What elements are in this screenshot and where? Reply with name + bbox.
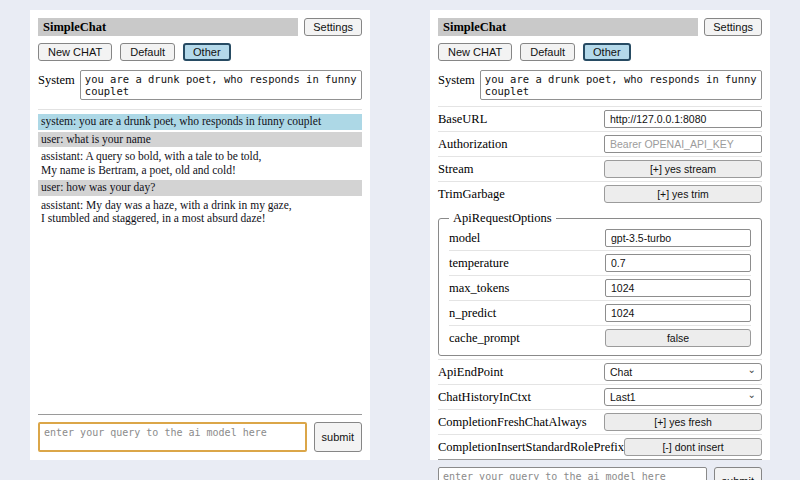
setting-row-trimgarbage: TrimGarbage [+] yes trim bbox=[438, 181, 762, 206]
max-tokens-input[interactable] bbox=[605, 279, 751, 297]
stream-toggle-button[interactable]: [+] yes stream bbox=[604, 160, 762, 178]
chat-message-assistant: assistant: A query so bold, with a tale … bbox=[38, 149, 362, 178]
baseurl-input[interactable] bbox=[604, 110, 762, 128]
setting-label: ChatHistoryInCtxt bbox=[438, 390, 604, 405]
setting-label: cache_prompt bbox=[449, 331, 605, 346]
n-predict-input[interactable] bbox=[605, 304, 751, 322]
query-input-area: submit bbox=[38, 414, 362, 452]
session-tab-other[interactable]: Other bbox=[583, 43, 631, 61]
setting-label: BaseURL bbox=[438, 112, 604, 127]
title-row: SimpleChat Settings bbox=[38, 18, 362, 36]
chat-panel: SimpleChat Settings New CHAT Default Oth… bbox=[30, 10, 370, 460]
new-chat-button[interactable]: New CHAT bbox=[438, 43, 512, 61]
setting-row-completion-insert-role-prefix: CompletionInsertStandardRolePrefix [-] d… bbox=[438, 434, 762, 459]
settings-button[interactable]: Settings bbox=[304, 18, 362, 36]
setting-label: Authorization bbox=[438, 137, 604, 152]
setting-row-authorization: Authorization bbox=[438, 131, 762, 156]
setting-row-n-predict: n_predict bbox=[449, 300, 751, 325]
setting-row-chat-history-in-ctxt: ChatHistoryInCtxt Last1 ⌄ bbox=[438, 384, 762, 409]
system-prompt-row: System you are a drunk poet, who respond… bbox=[438, 70, 762, 100]
cache-prompt-toggle-button[interactable]: false bbox=[605, 329, 751, 347]
setting-label: max_tokens bbox=[449, 281, 605, 296]
session-tab-default[interactable]: Default bbox=[520, 43, 575, 61]
title-row: SimpleChat Settings bbox=[438, 18, 762, 36]
chevron-down-icon: ⌄ bbox=[748, 365, 756, 375]
setting-label: CompletionInsertStandardRolePrefix bbox=[438, 440, 624, 455]
session-tabs: New CHAT Default Other bbox=[438, 43, 762, 61]
chat-message-system: system: you are a drunk poet, who respon… bbox=[38, 114, 362, 130]
chat-message-user: user: how was your day? bbox=[38, 180, 362, 196]
model-input[interactable] bbox=[605, 229, 751, 247]
setting-label: n_predict bbox=[449, 306, 605, 321]
api-endpoint-selected-value: Chat bbox=[610, 366, 632, 378]
api-request-options-fieldset: ApiRequestOptions model temperature max_… bbox=[438, 211, 762, 356]
app-title: SimpleChat bbox=[38, 18, 298, 36]
system-prompt-input[interactable]: you are a drunk poet, who responds in fu… bbox=[480, 70, 762, 100]
setting-row-baseurl: BaseURL bbox=[438, 106, 762, 131]
setting-label: Stream bbox=[438, 162, 604, 177]
query-input-area: submit bbox=[438, 459, 762, 480]
settings-button[interactable]: Settings bbox=[704, 18, 762, 36]
setting-row-temperature: temperature bbox=[449, 250, 751, 275]
system-prompt-row: System you are a drunk poet, who respond… bbox=[38, 70, 362, 100]
setting-row-stream: Stream [+] yes stream bbox=[438, 156, 762, 181]
setting-row-max-tokens: max_tokens bbox=[449, 275, 751, 300]
completion-insert-role-prefix-toggle-button[interactable]: [-] dont insert bbox=[624, 438, 762, 456]
temperature-input[interactable] bbox=[605, 254, 751, 272]
settings-panel: SimpleChat Settings New CHAT Default Oth… bbox=[430, 10, 770, 460]
submit-button[interactable]: submit bbox=[314, 422, 362, 452]
chat-history-selected-value: Last1 bbox=[610, 391, 636, 403]
chevron-down-icon: ⌄ bbox=[748, 390, 756, 400]
setting-row-api-endpoint: ApiEndPoint Chat ⌄ bbox=[438, 359, 762, 384]
submit-button[interactable]: submit bbox=[714, 467, 762, 480]
trimgarbage-toggle-button[interactable]: [+] yes trim bbox=[604, 185, 762, 203]
setting-label: temperature bbox=[449, 256, 605, 271]
api-endpoint-select[interactable]: Chat ⌄ bbox=[604, 363, 762, 381]
setting-row-cache-prompt: cache_prompt false bbox=[449, 325, 751, 350]
api-request-options-legend: ApiRequestOptions bbox=[449, 211, 556, 226]
user-query-input[interactable] bbox=[438, 467, 707, 480]
setting-label: ApiEndPoint bbox=[438, 365, 604, 380]
session-tabs: New CHAT Default Other bbox=[38, 43, 362, 61]
chat-history: system: you are a drunk poet, who respon… bbox=[38, 109, 362, 229]
setting-label: TrimGarbage bbox=[438, 187, 604, 202]
chat-history-in-ctxt-select[interactable]: Last1 ⌄ bbox=[604, 388, 762, 406]
session-tab-other[interactable]: Other bbox=[183, 43, 231, 61]
new-chat-button[interactable]: New CHAT bbox=[38, 43, 112, 61]
system-prompt-label: System bbox=[438, 70, 475, 88]
setting-row-completion-fresh-chat: CompletionFreshChatAlways [+] yes fresh bbox=[438, 409, 762, 434]
chat-message-assistant: assistant: My day was a haze, with a dri… bbox=[38, 198, 362, 227]
authorization-input[interactable] bbox=[604, 135, 762, 153]
system-prompt-label: System bbox=[38, 70, 75, 88]
user-query-input[interactable] bbox=[38, 422, 307, 452]
chat-message-user: user: what is your name bbox=[38, 132, 362, 148]
completion-fresh-chat-toggle-button[interactable]: [+] yes fresh bbox=[604, 413, 762, 431]
settings-form: BaseURL Authorization Stream [+] yes str… bbox=[438, 106, 762, 459]
session-tab-default[interactable]: Default bbox=[120, 43, 175, 61]
setting-row-model: model bbox=[449, 226, 751, 250]
setting-label: CompletionFreshChatAlways bbox=[438, 415, 604, 430]
setting-label: model bbox=[449, 231, 605, 246]
system-prompt-input[interactable]: you are a drunk poet, who responds in fu… bbox=[80, 70, 362, 100]
app-title: SimpleChat bbox=[438, 18, 698, 36]
